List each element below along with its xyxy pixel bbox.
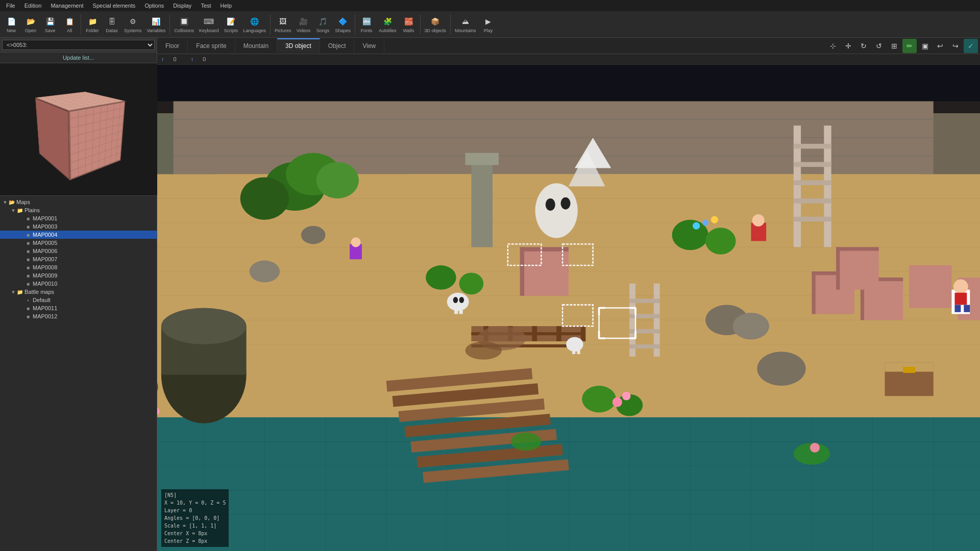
svg-rect-51 [836,247,878,251]
toolbar-btn-datas[interactable]: 🗄Datas [103,14,121,34]
tree-item-map0012[interactable]: ■MAP0012 [0,312,157,320]
update-list-button[interactable]: Update list... [0,53,157,63]
tree-item-map0005[interactable]: ■MAP0005 [0,239,157,247]
tool-btn-undo[interactable]: ↩ [933,39,947,53]
svg-rect-111 [459,308,463,314]
tab-face-sprite[interactable]: Face sprite [188,39,235,53]
tool-btn-draw[interactable]: ✏ [902,39,917,53]
tool-btn-confirm[interactable]: ✓ [964,39,978,53]
tree-item-map0011[interactable]: ■MAP0011 [0,304,157,312]
toolbar-btn-keyboard[interactable]: ⌨Keyboard [197,14,221,34]
tree-item-map0007[interactable]: ■MAP0007 [0,255,157,263]
toolbar-btn-shapes[interactable]: 🔷Shapes [333,14,353,34]
tool-btn-redo[interactable]: ↪ [948,39,963,53]
toolbar-btn-pictures[interactable]: 🖼Pictures [273,14,293,34]
menu-item-special elements[interactable]: Special elements [89,2,140,10]
toolbar-btn-videos[interactable]: 🎥Videos [294,14,312,34]
tree-item-map0009[interactable]: ■MAP0009 [0,271,157,280]
tree-label: MAP0011 [32,305,57,311]
toolbar-btn-scripts[interactable]: 📝Scripts [222,14,240,34]
tree-item-map0001[interactable]: ■MAP0001 [0,214,157,222]
svg-point-60 [161,308,247,344]
tree-label: MAP0001 [32,215,57,221]
cube-preview [50,95,103,165]
svg-rect-57 [520,247,524,295]
tree-item-map0003[interactable]: ■MAP0003 [0,222,157,231]
open-label: Open [25,28,36,33]
info-line7: Center Z = 8px [164,537,226,545]
tool-btn-rotate-y[interactable]: ↺ [872,39,886,53]
menu-item-options[interactable]: Options [140,2,168,10]
tool-btn-rotate-x[interactable]: ↻ [856,39,871,53]
tree-item-map0004[interactable]: ■MAP0004 [0,231,157,239]
tree-item-map0010[interactable]: ■MAP0010 [0,280,157,288]
svg-point-123 [351,237,361,247]
tab-view[interactable]: View [354,39,384,53]
toolbar-btn-systems[interactable]: ⚙Systems [122,14,144,34]
svg-rect-102 [556,326,561,341]
toolbar-btn-fonts[interactable]: 🔤Fonts [357,14,376,34]
toolbar-btn-play[interactable]: ▶Play [479,14,498,34]
svg-rect-77 [629,344,660,348]
svg-point-88 [705,228,736,254]
pictures-icon: 🖼 [277,15,289,28]
tree-toggle: ▼ [10,289,16,295]
systems-label: Systems [124,28,142,33]
tree-item-plains[interactable]: ▼📁Plains [0,206,157,214]
toolbar-btn-collisions[interactable]: 🔲Collisions [172,14,196,34]
tree-item-default[interactable]: ▪Default [0,296,157,304]
tree-item-map0006[interactable]: ■MAP0006 [0,247,157,255]
svg-point-137 [733,313,769,339]
menu-item-display[interactable]: Display [169,2,195,10]
tree-item-battle-maps[interactable]: ▼📁Battle maps [0,288,157,296]
toolbar-btn-songs[interactable]: 🎵Songs [313,14,332,34]
tool-btn-scale[interactable]: ⊞ [887,39,901,53]
svg-point-64 [316,162,359,198]
tab-object[interactable]: Object [320,39,355,53]
svg-rect-83 [471,156,493,247]
toolbar-separator [420,14,421,35]
svg-rect-107 [954,305,961,312]
map-canvas[interactable]: [N5] X = 10, Y = 0, Z = 5 Layer = 0 Angl… [157,65,980,551]
map-selector-dropdown[interactable]: <>0053: [2,40,155,50]
toolbar-btn-save[interactable]: 💾Save [41,14,59,34]
all-icon: 📋 [63,15,76,28]
menu-item-edition[interactable]: Edition [20,2,46,10]
svg-point-79 [546,198,555,211]
toolbar-btn-open[interactable]: 📂Open [21,14,40,34]
toolbar-btn-languages[interactable]: 🌐Languages [241,14,268,34]
toolbar-btn-folder[interactable]: 📁Folder [83,14,102,34]
svg-point-140 [465,341,501,360]
toolbar-btn-walls[interactable]: 🧱Walls [400,14,418,34]
tool-btn-translate[interactable]: ✛ [841,39,855,53]
menu-item-help[interactable]: Help [216,2,236,10]
tree-item-maps-root[interactable]: ▼📂Maps [0,198,157,206]
toolbar-btn-mountains[interactable]: ⛰Mountains [453,14,478,34]
tree-item-map0008[interactable]: ■MAP0008 [0,263,157,271]
folder-label: Folder [86,28,99,33]
tab-3d-object[interactable]: 3D object [277,38,320,53]
tab-mountain[interactable]: Mountain [235,39,277,53]
svg-point-142 [622,392,631,400]
info-line1: [N5] [164,491,226,499]
svg-rect-74 [629,299,660,303]
svg-rect-56 [520,247,569,251]
menu-item-file[interactable]: File [2,2,19,10]
menu-item-test[interactable]: Test [197,2,215,10]
coord-x-value: 0 [174,56,177,62]
toolbar-separator [450,14,451,35]
toolbar-btn-autotiles[interactable]: 🧩Autotiles [377,14,399,34]
svg-rect-115 [572,349,575,355]
toolbar-btn-all[interactable]: 📋All [60,14,79,34]
toolbar-btn-variables[interactable]: 📊Variables [145,14,168,34]
tab-floor[interactable]: Floor [157,39,188,53]
toolbar-btn-new[interactable]: 📄New [2,14,20,34]
svg-rect-84 [465,153,499,165]
scripts-label: Scripts [224,28,238,33]
toolbar-btn-3dobjects[interactable]: 📦3D objects [423,14,449,34]
open-icon: 📂 [24,15,37,28]
tool-btn-fill[interactable]: ▣ [918,39,932,53]
svg-point-145 [511,433,542,451]
tool-btn-select[interactable]: ⊹ [826,39,840,53]
menu-item-management[interactable]: Management [46,2,87,10]
